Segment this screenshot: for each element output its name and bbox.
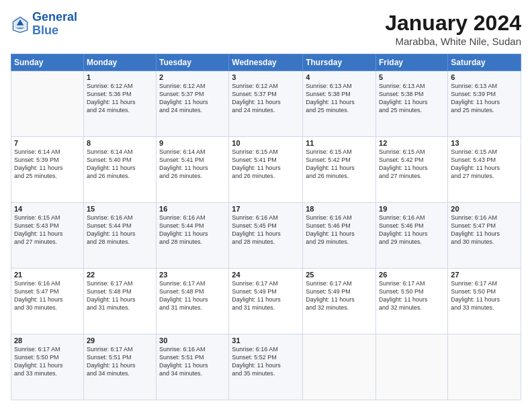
calendar-cell: 30Sunrise: 6:16 AM Sunset: 5:51 PM Dayli… xyxy=(157,334,229,400)
cell-info: Sunrise: 6:16 AM Sunset: 5:47 PM Dayligh… xyxy=(14,279,81,312)
day-number: 28 xyxy=(14,336,81,345)
day-number: 11 xyxy=(306,139,373,147)
day-number: 26 xyxy=(379,271,445,279)
weekday-header-tuesday: Tuesday xyxy=(157,54,229,71)
day-number: 19 xyxy=(379,205,445,213)
cell-info: Sunrise: 6:17 AM Sunset: 5:50 PM Dayligh… xyxy=(14,345,81,378)
calendar-cell: 31Sunrise: 6:16 AM Sunset: 5:52 PM Dayli… xyxy=(229,334,303,400)
calendar-cell: 29Sunrise: 6:17 AM Sunset: 5:51 PM Dayli… xyxy=(83,334,156,400)
day-number: 24 xyxy=(232,271,300,279)
calendar-cell: 11Sunrise: 6:15 AM Sunset: 5:42 PM Dayli… xyxy=(303,137,376,203)
cell-info: Sunrise: 6:16 AM Sunset: 5:47 PM Dayligh… xyxy=(451,214,518,246)
calendar-cell xyxy=(11,71,84,137)
day-number: 9 xyxy=(159,139,226,147)
logo-line1: General xyxy=(32,10,77,24)
calendar-cell: 12Sunrise: 6:15 AM Sunset: 5:42 PM Dayli… xyxy=(376,137,448,203)
day-number: 21 xyxy=(14,271,81,279)
day-number: 18 xyxy=(306,205,373,213)
day-number: 23 xyxy=(159,271,226,279)
logo-line2: Blue xyxy=(32,24,58,37)
calendar-cell: 15Sunrise: 6:16 AM Sunset: 5:44 PM Dayli… xyxy=(83,203,156,269)
day-number: 29 xyxy=(87,336,153,345)
calendar-cell: 10Sunrise: 6:15 AM Sunset: 5:41 PM Dayli… xyxy=(229,137,303,203)
calendar-cell: 22Sunrise: 6:17 AM Sunset: 5:48 PM Dayli… xyxy=(83,269,156,334)
cell-info: Sunrise: 6:16 AM Sunset: 5:44 PM Dayligh… xyxy=(87,214,153,246)
weekday-header-thursday: Thursday xyxy=(303,54,376,71)
cell-info: Sunrise: 6:16 AM Sunset: 5:46 PM Dayligh… xyxy=(306,214,373,246)
cell-info: Sunrise: 6:14 AM Sunset: 5:41 PM Dayligh… xyxy=(159,148,226,181)
location-title: Marabba, White Nile, Sudan xyxy=(385,36,521,47)
day-number: 20 xyxy=(451,205,518,213)
cell-info: Sunrise: 6:16 AM Sunset: 5:45 PM Dayligh… xyxy=(232,214,300,246)
calendar-cell xyxy=(448,334,521,400)
day-number: 2 xyxy=(159,73,226,81)
calendar-cell: 19Sunrise: 6:16 AM Sunset: 5:46 PM Dayli… xyxy=(376,203,448,269)
calendar-cell: 14Sunrise: 6:15 AM Sunset: 5:43 PM Dayli… xyxy=(11,203,84,269)
day-number: 14 xyxy=(14,205,81,213)
cell-info: Sunrise: 6:12 AM Sunset: 5:37 PM Dayligh… xyxy=(159,82,226,115)
day-number: 22 xyxy=(87,271,153,279)
calendar-cell: 28Sunrise: 6:17 AM Sunset: 5:50 PM Dayli… xyxy=(11,334,84,400)
month-title: January 2024 xyxy=(385,11,521,36)
calendar-cell: 3Sunrise: 6:12 AM Sunset: 5:37 PM Daylig… xyxy=(229,71,303,137)
cell-info: Sunrise: 6:12 AM Sunset: 5:36 PM Dayligh… xyxy=(87,82,153,115)
calendar-cell: 7Sunrise: 6:14 AM Sunset: 5:39 PM Daylig… xyxy=(11,137,84,203)
calendar-cell: 24Sunrise: 6:17 AM Sunset: 5:49 PM Dayli… xyxy=(229,269,303,334)
calendar-cell: 2Sunrise: 6:12 AM Sunset: 5:37 PM Daylig… xyxy=(157,71,229,137)
calendar-cell: 6Sunrise: 6:13 AM Sunset: 5:39 PM Daylig… xyxy=(448,71,521,137)
day-number: 25 xyxy=(306,271,373,279)
cell-info: Sunrise: 6:15 AM Sunset: 5:42 PM Dayligh… xyxy=(306,148,373,181)
calendar-cell: 23Sunrise: 6:17 AM Sunset: 5:48 PM Dayli… xyxy=(157,269,229,334)
week-row-4: 21Sunrise: 6:16 AM Sunset: 5:47 PM Dayli… xyxy=(11,269,521,334)
calendar-cell: 20Sunrise: 6:16 AM Sunset: 5:47 PM Dayli… xyxy=(448,203,521,269)
cell-info: Sunrise: 6:15 AM Sunset: 5:43 PM Dayligh… xyxy=(451,148,518,181)
cell-info: Sunrise: 6:15 AM Sunset: 5:43 PM Dayligh… xyxy=(14,214,81,246)
cell-info: Sunrise: 6:16 AM Sunset: 5:46 PM Dayligh… xyxy=(379,214,445,246)
calendar-cell: 13Sunrise: 6:15 AM Sunset: 5:43 PM Dayli… xyxy=(448,137,521,203)
week-row-3: 14Sunrise: 6:15 AM Sunset: 5:43 PM Dayli… xyxy=(11,203,521,269)
day-number: 27 xyxy=(451,271,518,279)
calendar-cell: 1Sunrise: 6:12 AM Sunset: 5:36 PM Daylig… xyxy=(83,71,156,137)
week-row-5: 28Sunrise: 6:17 AM Sunset: 5:50 PM Dayli… xyxy=(11,334,521,400)
day-number: 3 xyxy=(232,73,300,81)
calendar-cell: 18Sunrise: 6:16 AM Sunset: 5:46 PM Dayli… xyxy=(303,203,376,269)
day-number: 7 xyxy=(14,139,81,147)
cell-info: Sunrise: 6:16 AM Sunset: 5:52 PM Dayligh… xyxy=(232,345,300,378)
calendar-cell xyxy=(303,334,376,400)
logo-icon xyxy=(11,15,30,34)
calendar-table: SundayMondayTuesdayWednesdayThursdayFrid… xyxy=(11,54,521,400)
calendar-cell: 9Sunrise: 6:14 AM Sunset: 5:41 PM Daylig… xyxy=(157,137,229,203)
day-number: 15 xyxy=(87,205,153,213)
cell-info: Sunrise: 6:13 AM Sunset: 5:38 PM Dayligh… xyxy=(379,82,445,115)
cell-info: Sunrise: 6:16 AM Sunset: 5:51 PM Dayligh… xyxy=(159,345,226,378)
weekday-header-monday: Monday xyxy=(83,54,156,71)
day-number: 13 xyxy=(451,139,518,147)
day-number: 4 xyxy=(306,73,373,81)
day-number: 8 xyxy=(87,139,153,147)
cell-info: Sunrise: 6:15 AM Sunset: 5:42 PM Dayligh… xyxy=(379,148,445,181)
week-row-2: 7Sunrise: 6:14 AM Sunset: 5:39 PM Daylig… xyxy=(11,137,521,203)
weekday-header-friday: Friday xyxy=(376,54,448,71)
day-number: 12 xyxy=(379,139,445,147)
title-block: January 2024 Marabba, White Nile, Sudan xyxy=(385,11,521,47)
day-number: 1 xyxy=(87,73,153,81)
cell-info: Sunrise: 6:17 AM Sunset: 5:50 PM Dayligh… xyxy=(379,279,445,312)
cell-info: Sunrise: 6:14 AM Sunset: 5:40 PM Dayligh… xyxy=(87,148,153,181)
calendar-cell: 17Sunrise: 6:16 AM Sunset: 5:45 PM Dayli… xyxy=(229,203,303,269)
calendar-cell: 8Sunrise: 6:14 AM Sunset: 5:40 PM Daylig… xyxy=(83,137,156,203)
cell-info: Sunrise: 6:17 AM Sunset: 5:50 PM Dayligh… xyxy=(451,279,518,312)
cell-info: Sunrise: 6:13 AM Sunset: 5:39 PM Dayligh… xyxy=(451,82,518,115)
calendar-cell xyxy=(376,334,448,400)
weekday-header-row: SundayMondayTuesdayWednesdayThursdayFrid… xyxy=(11,54,521,71)
day-number: 17 xyxy=(232,205,300,213)
weekday-header-wednesday: Wednesday xyxy=(229,54,303,71)
calendar-cell: 25Sunrise: 6:17 AM Sunset: 5:49 PM Dayli… xyxy=(303,269,376,334)
day-number: 6 xyxy=(451,73,518,81)
weekday-header-sunday: Sunday xyxy=(11,54,84,71)
cell-info: Sunrise: 6:13 AM Sunset: 5:38 PM Dayligh… xyxy=(306,82,373,115)
calendar-cell: 27Sunrise: 6:17 AM Sunset: 5:50 PM Dayli… xyxy=(448,269,521,334)
calendar-cell: 21Sunrise: 6:16 AM Sunset: 5:47 PM Dayli… xyxy=(11,269,84,334)
cell-info: Sunrise: 6:17 AM Sunset: 5:49 PM Dayligh… xyxy=(306,279,373,312)
logo-text: General Blue xyxy=(32,11,77,38)
day-number: 30 xyxy=(159,336,226,345)
